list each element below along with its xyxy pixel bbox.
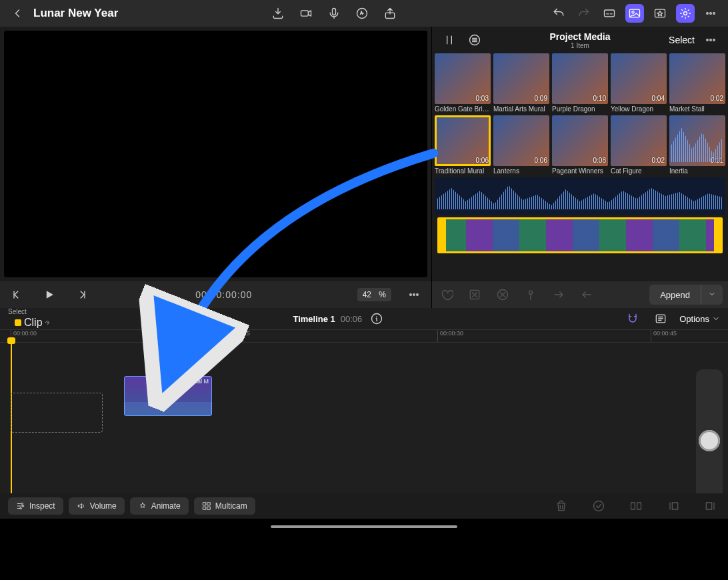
svg-rect-36 (207, 507, 210, 509)
keyword-icon[interactable] (521, 285, 540, 304)
prev-frame-icon[interactable] (8, 285, 27, 304)
chevron-down-icon[interactable] (701, 285, 723, 305)
effects-icon[interactable] (651, 4, 669, 23)
svg-rect-7 (655, 9, 665, 17)
svg-marker-13 (47, 291, 53, 299)
svg-point-37 (594, 501, 604, 511)
media-clip[interactable]: 0:06Lanterns (493, 115, 549, 175)
index-icon[interactable] (651, 309, 670, 328)
header-bar: Lunar New Year (0, 0, 728, 27)
project-title: Lunar New Year (33, 7, 118, 20)
play-icon[interactable] (40, 285, 59, 304)
svg-point-21 (707, 39, 709, 41)
timeline-name: Timeline 1 (293, 314, 335, 324)
timeline-clip[interactable]: Traditional M (124, 376, 212, 416)
mic-icon[interactable] (325, 4, 343, 23)
captions-icon[interactable] (600, 4, 619, 23)
tips-icon[interactable] (676, 4, 695, 23)
dial-icon (699, 430, 720, 451)
enable-icon[interactable] (589, 497, 608, 515)
clear-rating-icon[interactable] (493, 285, 512, 304)
bottom-toolbar: Inspect Volume Animate Multicam (0, 493, 728, 519)
svg-point-30 (21, 503, 23, 504)
info-icon[interactable] (367, 309, 386, 328)
waveform-preview[interactable] (435, 177, 725, 215)
split-icon[interactable] (627, 497, 645, 515)
import-icon[interactable] (269, 4, 287, 23)
svg-rect-1 (332, 9, 335, 15)
tracks[interactable]: Traditional M (0, 343, 728, 519)
favorite-icon[interactable] (437, 285, 456, 304)
svg-point-11 (713, 13, 715, 15)
options-menu[interactable]: Options (679, 314, 720, 324)
svg-rect-4 (605, 10, 615, 17)
redo-icon (575, 4, 593, 23)
svg-point-15 (410, 294, 412, 296)
svg-point-22 (710, 39, 712, 41)
media-clip[interactable]: 0:08Pageant Winners (552, 115, 608, 175)
trim-end-icon[interactable] (701, 497, 720, 515)
svg-point-26 (529, 291, 533, 294)
select-hint: Select (8, 308, 56, 315)
filmstrip-toggle-icon[interactable] (440, 31, 459, 49)
multicam-button[interactable]: Multicam (194, 497, 255, 515)
svg-point-23 (713, 39, 715, 41)
svg-rect-0 (301, 11, 308, 16)
viewer[interactable] (4, 31, 427, 277)
media-more-icon[interactable] (701, 31, 720, 49)
share-icon[interactable] (381, 4, 399, 23)
volume-button[interactable]: Volume (69, 497, 125, 515)
media-clip[interactable]: 0:04Yellow Dragon (611, 53, 667, 113)
markup-icon[interactable] (353, 4, 371, 23)
snapping-icon[interactable] (623, 309, 642, 328)
media-clip[interactable]: 0:02Cat Figure (611, 115, 667, 175)
filmstrip-preview[interactable] (437, 217, 723, 253)
ruler[interactable]: 00:00:00 00:00:15 00:00:30 00:00:45 (0, 329, 728, 343)
svg-rect-34 (207, 503, 210, 505)
media-clip[interactable]: 0:06Traditional Mural (435, 115, 491, 175)
select-button[interactable]: Select (669, 35, 695, 45)
camera-icon[interactable] (297, 4, 315, 23)
zoom-level[interactable]: 42 % (357, 288, 391, 301)
media-clip[interactable]: 0:11Inertia (669, 115, 725, 175)
tool-mode[interactable]: Clip (11, 315, 56, 330)
next-frame-icon[interactable] (72, 285, 91, 304)
media-footer: Append (432, 281, 728, 308)
svg-point-10 (710, 13, 712, 15)
reject-icon[interactable] (465, 285, 484, 304)
back-button[interactable] (8, 4, 27, 23)
svg-point-32 (20, 507, 21, 509)
animate-button[interactable]: Animate (130, 497, 189, 515)
list-view-icon[interactable] (465, 31, 484, 49)
drop-zone[interactable] (11, 393, 103, 433)
svg-rect-40 (672, 503, 677, 509)
jog-wheel[interactable] (696, 369, 723, 512)
svg-point-31 (22, 505, 23, 507)
media-header: Project Media 1 Item Select (432, 27, 728, 53)
append-button[interactable]: Append (649, 285, 723, 305)
media-clip[interactable]: 0:09Martial Arts Mural (493, 53, 549, 113)
media-clip[interactable]: 0:10Purple Dragon (552, 53, 608, 113)
svg-point-6 (632, 11, 634, 13)
overwrite-icon[interactable] (577, 285, 596, 304)
svg-point-9 (707, 13, 709, 15)
more-icon[interactable] (701, 4, 720, 23)
transport-bar: 00:00:00:00 42 % (0, 281, 431, 308)
delete-icon[interactable] (552, 497, 571, 515)
svg-point-17 (417, 294, 419, 296)
svg-point-16 (413, 294, 415, 296)
svg-rect-41 (706, 503, 711, 509)
inspect-button[interactable]: Inspect (8, 497, 63, 515)
svg-rect-29 (167, 380, 170, 383)
insert-icon[interactable] (549, 285, 568, 304)
trim-start-icon[interactable] (664, 497, 683, 515)
media-clip[interactable]: 0:03Golden Gate Bridge (435, 53, 491, 113)
undo-icon[interactable] (549, 4, 568, 23)
viewer-more-icon[interactable] (405, 285, 423, 304)
media-clip[interactable]: 0:02Market Stall (669, 53, 725, 113)
timecode[interactable]: 00:00:00:00 (104, 289, 344, 300)
svg-rect-38 (631, 503, 635, 509)
svg-rect-35 (203, 507, 206, 509)
media-grid: 0:03Golden Gate Bridge 0:09Martial Arts … (432, 53, 728, 281)
photos-icon[interactable] (625, 4, 644, 23)
